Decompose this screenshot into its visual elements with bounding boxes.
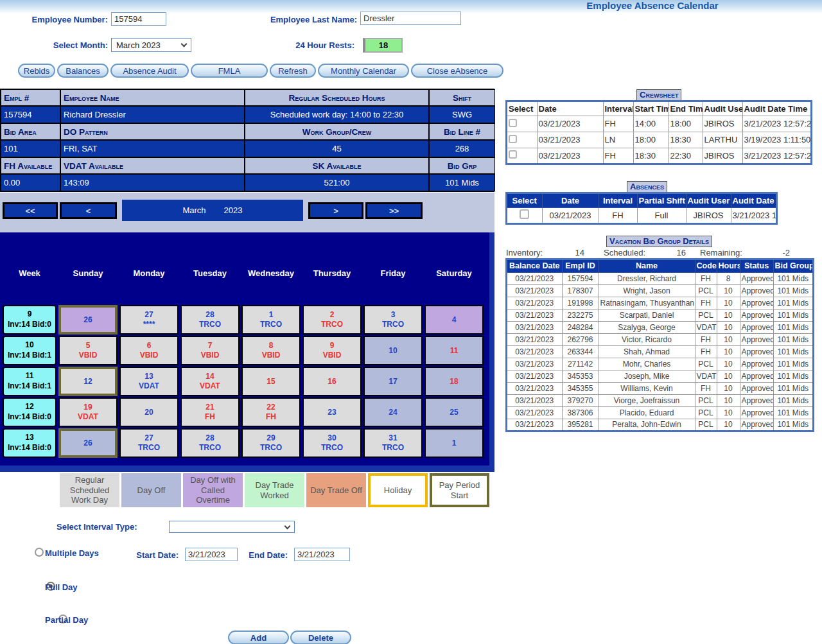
calendar-day-cell[interactable]: 1 TRCO bbox=[241, 305, 301, 335]
multiple-days-radio[interactable] bbox=[35, 548, 44, 557]
day-number: 17 bbox=[389, 377, 397, 387]
cell-hours: 10 bbox=[717, 284, 740, 297]
calendar-day-cell[interactable]: 31 TRCO bbox=[363, 428, 423, 458]
calendar-week-row: 11 Inv:14 Bid:1 12 13 VDAT 14 VDAT bbox=[0, 367, 489, 396]
employee-last-name-input[interactable] bbox=[360, 12, 461, 25]
cell-audit-user: LARTHU bbox=[703, 132, 742, 148]
row-select-checkbox[interactable] bbox=[520, 209, 529, 219]
cell-balance-date: 03/21/2023 bbox=[507, 345, 562, 358]
calendar-day-cell[interactable]: 15 bbox=[241, 367, 301, 396]
cell-code: PCL bbox=[695, 284, 717, 297]
calendar-day-cell[interactable]: 27 **** bbox=[119, 305, 179, 335]
calendar-day-cell[interactable]: 11 bbox=[424, 336, 484, 365]
cell-end-time: 18:00 bbox=[669, 116, 703, 132]
info-header-cell: FH Available bbox=[1, 157, 60, 174]
cell-balance-date: 03/21/2023 bbox=[507, 419, 562, 431]
calendar-day-cell[interactable]: 27 TRCO bbox=[119, 428, 179, 458]
info-header-cell: SK Available bbox=[245, 157, 429, 174]
calendar-day-cell[interactable]: 2 TRCO bbox=[302, 305, 362, 335]
day-number: 6 bbox=[147, 341, 152, 351]
calendar-day-cell[interactable]: 30 TRCO bbox=[302, 428, 362, 458]
day-number: 13 bbox=[144, 372, 153, 381]
add-button[interactable]: Add bbox=[228, 631, 289, 644]
cell-empl-id: 271142 bbox=[562, 358, 599, 370]
end-date-input[interactable] bbox=[294, 548, 350, 561]
calendar-day-cell[interactable]: 4 bbox=[424, 305, 484, 335]
cell-interval: LN bbox=[603, 132, 633, 148]
day-code: TRCO bbox=[260, 320, 282, 329]
cell-balance-date: 03/21/2023 bbox=[507, 382, 562, 394]
calendar-day-cell[interactable]: 22 FH bbox=[241, 397, 301, 427]
calendar-day-cell[interactable]: 8 VBID bbox=[241, 336, 301, 365]
inventory-value: 14 bbox=[552, 248, 584, 257]
calendar-day-cell[interactable]: 6 VBID bbox=[119, 336, 179, 365]
day-number: 1 bbox=[269, 310, 274, 320]
info-header-cell: Empl # bbox=[1, 89, 60, 106]
prev-month-button[interactable]: < bbox=[60, 202, 117, 219]
rebids-button[interactable]: Rebids bbox=[18, 64, 55, 78]
calendar-day-cell[interactable]: 3 TRCO bbox=[363, 305, 423, 335]
calendar-day-cell[interactable]: 14 VDAT bbox=[180, 367, 240, 396]
cell-empl-id: 345353 bbox=[562, 370, 599, 382]
close-eabsence-button[interactable]: Close eAbsence bbox=[411, 64, 503, 78]
calendar-day-cell[interactable]: 18 bbox=[424, 367, 484, 396]
col-select: Select bbox=[507, 193, 542, 207]
cell-empl-id: 232275 bbox=[562, 309, 599, 321]
calendar-day-cell[interactable]: 1 bbox=[424, 428, 484, 458]
refresh-button[interactable]: Refresh bbox=[270, 64, 316, 78]
info-header-cell: DO Pattern bbox=[60, 123, 245, 140]
calendar-day-cell[interactable]: 21 FH bbox=[180, 397, 240, 427]
day-number: 25 bbox=[450, 408, 458, 417]
calendar-day-cell[interactable]: 25 bbox=[424, 397, 484, 427]
start-date-input[interactable] bbox=[185, 548, 238, 561]
calendar-day-cell[interactable]: 28 TRCO bbox=[180, 305, 240, 335]
col-empl-id: Empl ID bbox=[562, 259, 599, 272]
delete-button[interactable]: Delete bbox=[290, 631, 351, 644]
row-select-checkbox[interactable] bbox=[509, 135, 517, 143]
calendar-day-cell[interactable]: 29 TRCO bbox=[241, 428, 301, 458]
multiple-days-label: Multiple Days bbox=[45, 548, 99, 558]
cell-bid-group: 101 Mids bbox=[773, 309, 813, 321]
calendar-day-cell[interactable]: 7 VBID bbox=[180, 336, 240, 365]
employee-number-input[interactable] bbox=[111, 12, 166, 26]
calendar-day-cell[interactable]: 9 VBID bbox=[302, 336, 362, 365]
row-select-checkbox[interactable] bbox=[509, 150, 517, 159]
calendar-day-cell[interactable]: 17 bbox=[363, 367, 423, 396]
cell-status: Approved bbox=[740, 333, 773, 345]
cell-hours: 10 bbox=[717, 382, 740, 394]
calendar-day-cell[interactable]: 10 bbox=[363, 336, 423, 365]
calendar-day-cell[interactable]: 24 bbox=[363, 397, 423, 427]
day-code: VDAT bbox=[139, 381, 159, 391]
cell-hours: 10 bbox=[717, 406, 740, 419]
day-code: TRCO bbox=[382, 320, 404, 329]
crewsheet-header-row: Select Date Interval Start Time End Time… bbox=[507, 101, 811, 116]
crewsheet-title: Crewsheet bbox=[636, 89, 681, 101]
month-select[interactable]: March 2023 bbox=[111, 38, 191, 52]
calendar-day-cell[interactable]: 5 VBID bbox=[58, 336, 118, 365]
calendar-day-cell[interactable]: 26 bbox=[58, 305, 118, 335]
calendar-day-cell[interactable]: 16 bbox=[302, 367, 362, 396]
monthly-calendar-button[interactable]: Monthly Calendar bbox=[318, 64, 409, 78]
day-code: TRCO bbox=[321, 320, 343, 329]
calendar-day-cell[interactable]: 23 bbox=[302, 397, 362, 427]
fmla-button[interactable]: FMLA bbox=[191, 64, 268, 78]
calendar-day-cell[interactable]: 28 TRCO bbox=[180, 428, 240, 458]
calendar-day-cell[interactable]: 13 VDAT bbox=[119, 367, 179, 396]
day-code: TRCO bbox=[199, 443, 221, 453]
calendar-day-cell[interactable]: 26 bbox=[58, 428, 118, 458]
absence-audit-button[interactable]: Absence Audit bbox=[110, 64, 189, 78]
cell-balance-date: 03/21/2023 bbox=[507, 284, 562, 297]
calendar-day-cell[interactable]: 20 bbox=[119, 397, 179, 427]
prev-year-button[interactable]: << bbox=[3, 202, 58, 219]
day-number: 28 bbox=[206, 433, 214, 443]
next-month-button[interactable]: > bbox=[308, 202, 363, 219]
row-select-checkbox[interactable] bbox=[509, 119, 517, 127]
next-year-button[interactable]: >> bbox=[365, 202, 423, 219]
crewsheet-row: 03/21/2023 FH 14:00 18:00 JBIROS 3/21/20… bbox=[507, 116, 811, 132]
day-code: VBID bbox=[323, 351, 342, 360]
calendar-day-cell[interactable]: 12 bbox=[58, 367, 118, 396]
interval-type-select[interactable] bbox=[169, 521, 295, 533]
calendar-day-cell[interactable]: 19 VDAT bbox=[58, 397, 118, 427]
day-code: VDAT bbox=[200, 381, 220, 391]
balances-button[interactable]: Balances bbox=[57, 64, 109, 78]
